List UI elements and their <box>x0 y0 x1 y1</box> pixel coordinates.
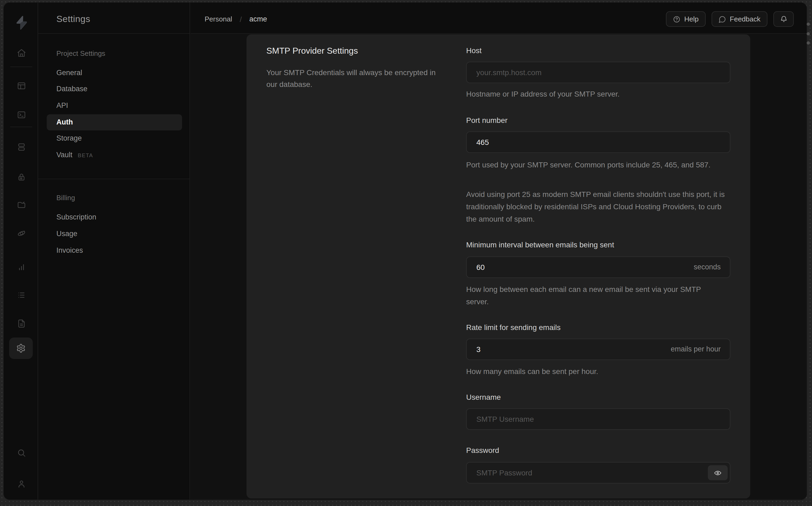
app-window: Settings Project Settings General Databa… <box>4 3 807 500</box>
port-helper: Port used by your SMTP server. Common po… <box>466 159 725 171</box>
search-icon[interactable] <box>17 448 26 458</box>
home-icon[interactable] <box>17 48 26 58</box>
rate-label: Rate limit for sending emails <box>466 323 730 332</box>
password-label: Password <box>466 446 730 454</box>
username-input[interactable] <box>466 408 730 430</box>
icon-rail <box>4 3 38 500</box>
sidebar-section-heading: Project Settings <box>56 48 105 60</box>
port-note: Avoid using port 25 as modern SMTP email… <box>466 188 725 225</box>
database-icon[interactable] <box>17 142 26 152</box>
storage-icon[interactable] <box>17 200 26 210</box>
background-dot <box>807 22 810 26</box>
sql-editor-icon[interactable] <box>17 110 26 120</box>
rate-input[interactable] <box>466 339 730 360</box>
sidebar-item-auth[interactable]: Auth <box>47 114 182 131</box>
feedback-button[interactable]: Feedback <box>712 11 767 27</box>
api-docs-icon[interactable] <box>17 319 26 328</box>
host-label: Host <box>466 46 730 55</box>
settings-icon[interactable] <box>16 343 26 353</box>
password-input-wrap <box>466 462 730 484</box>
smtp-settings-panel: SMTP Provider Settings Your SMTP Credent… <box>246 34 750 499</box>
help-circle-icon <box>673 15 680 23</box>
rate-helper: How many emails can be sent per hour. <box>466 365 725 378</box>
auth-icon[interactable] <box>17 172 26 182</box>
sidebar-item-vault[interactable]: VaultBETA <box>38 149 190 161</box>
sidebar-item-subscription[interactable]: Subscription <box>38 212 190 223</box>
interval-input-wrap: seconds <box>466 256 730 278</box>
notifications-button[interactable] <box>773 11 794 27</box>
host-input[interactable] <box>466 62 730 83</box>
port-input[interactable] <box>466 132 730 153</box>
sidebar-item-usage[interactable]: Usage <box>38 228 190 240</box>
section-description: Your SMTP Credentials will always be enc… <box>267 67 446 90</box>
beta-badge: BETA <box>78 152 93 158</box>
topbar-actions: Help Feedback <box>666 11 794 27</box>
reveal-password-button[interactable] <box>708 465 728 480</box>
sidebar-section-divider <box>38 179 190 179</box>
rail-divider <box>10 67 32 67</box>
sidebar-title: Settings <box>56 14 90 25</box>
logs-icon[interactable] <box>17 290 26 300</box>
reports-icon[interactable] <box>17 262 26 272</box>
app-logo-icon[interactable] <box>14 15 28 29</box>
help-button[interactable]: Help <box>666 11 706 27</box>
settings-sidebar: Settings Project Settings General Databa… <box>38 3 190 500</box>
interval-input[interactable] <box>466 256 730 278</box>
breadcrumb-project[interactable]: acme <box>249 15 267 23</box>
host-input-wrap <box>466 62 730 83</box>
table-editor-icon[interactable] <box>17 81 26 91</box>
breadcrumb-separator: / <box>240 15 242 23</box>
port-label: Port number <box>466 116 730 124</box>
section-title: SMTP Provider Settings <box>267 46 358 56</box>
username-input-wrap <box>466 408 730 430</box>
sidebar-section-heading: Billing <box>56 192 75 204</box>
user-icon[interactable] <box>17 479 26 489</box>
interval-label: Minimum interval between emails being se… <box>466 240 730 249</box>
edge-functions-icon[interactable] <box>17 229 26 238</box>
sidebar-item-database[interactable]: Database <box>38 83 190 95</box>
port-input-wrap <box>466 132 730 153</box>
bell-icon <box>780 15 788 23</box>
username-label: Username <box>466 393 730 401</box>
host-helper: Hostname or IP address of your SMTP serv… <box>466 88 725 100</box>
sidebar-item-invoices[interactable]: Invoices <box>38 245 190 256</box>
settings-active-highlight <box>9 338 33 359</box>
sidebar-item-api[interactable]: API <box>38 100 190 112</box>
rail-divider <box>10 126 32 127</box>
eye-icon <box>714 469 722 477</box>
topbar: Personal / acme Help Feedback <box>191 3 807 34</box>
password-input[interactable] <box>466 462 730 484</box>
interval-helper: How long between each email can a new em… <box>466 283 725 308</box>
chat-bubble-icon <box>719 15 726 23</box>
sidebar-header-divider <box>38 33 190 34</box>
rate-input-wrap: emails per hour <box>466 339 730 360</box>
sidebar-item-general[interactable]: General <box>38 67 190 79</box>
sidebar-item-storage[interactable]: Storage <box>38 133 190 144</box>
background-dot <box>807 41 810 45</box>
desktop-background: Settings Project Settings General Databa… <box>0 0 812 506</box>
content-area: SMTP Provider Settings Your SMTP Credent… <box>191 34 807 500</box>
background-dot <box>807 32 810 35</box>
breadcrumb-org[interactable]: Personal <box>205 15 232 23</box>
main-area: Personal / acme Help Feedback <box>191 3 807 500</box>
